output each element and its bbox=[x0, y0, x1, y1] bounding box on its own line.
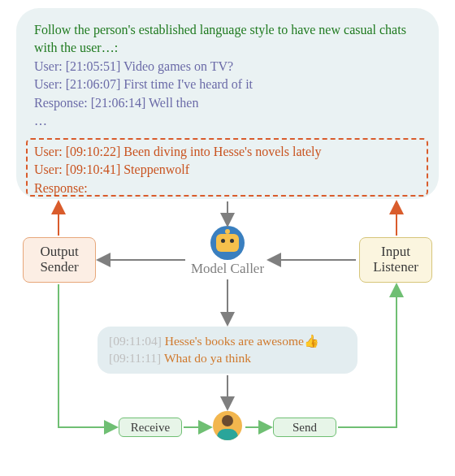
receive-label: Receive bbox=[119, 418, 182, 437]
reply-line: [09:11:04] Hesse's books are awesome👍 bbox=[109, 333, 346, 350]
reply-timestamp: [09:11:11] bbox=[109, 351, 161, 365]
model-reply-box: [09:11:04] Hesse's books are awesome👍 [0… bbox=[98, 327, 358, 374]
reply-text: What do ya think bbox=[164, 351, 251, 365]
input-listener-label: Input Listener bbox=[360, 244, 431, 275]
receive-text: Receive bbox=[131, 421, 170, 435]
user-avatar-icon bbox=[213, 411, 242, 440]
input-listener-node: Input Listener bbox=[359, 237, 432, 283]
model-caller-node: Model Caller bbox=[188, 226, 266, 275]
prompt-example-line: User: [21:06:07] First time I've heard o… bbox=[34, 76, 421, 93]
ellipsis: … bbox=[34, 112, 421, 130]
prompt-box: Follow the person's established language… bbox=[16, 8, 439, 199]
reply-line: [09:11:11] What do ya think bbox=[109, 350, 346, 367]
prompt-new-line: User: [09:10:41] Steppenwolf bbox=[34, 161, 420, 179]
reply-text: Hesse's books are awesome bbox=[165, 334, 304, 348]
thumbs-up-icon: 👍 bbox=[304, 335, 319, 348]
prompt-instruction: Follow the person's established language… bbox=[34, 21, 421, 58]
output-sender-node: Output Sender bbox=[23, 237, 96, 283]
prompt-new-line: Response: bbox=[34, 180, 420, 197]
output-sender-label: Output Sender bbox=[24, 244, 95, 275]
model-caller-label: Model Caller bbox=[188, 262, 266, 277]
prompt-example-line: User: [21:05:51] Video games on TV? bbox=[34, 58, 421, 76]
send-text: Send bbox=[292, 421, 317, 435]
send-label: Send bbox=[273, 418, 336, 437]
prompt-example-line: Response: [21:06:14] Well then bbox=[34, 94, 421, 112]
prompt-new-turn-box: User: [09:10:22] Been diving into Hesse'… bbox=[26, 138, 428, 197]
prompt-new-line: User: [09:10:22] Been diving into Hesse'… bbox=[34, 143, 420, 161]
reply-timestamp: [09:11:04] bbox=[109, 334, 162, 348]
robot-icon bbox=[210, 226, 245, 260]
